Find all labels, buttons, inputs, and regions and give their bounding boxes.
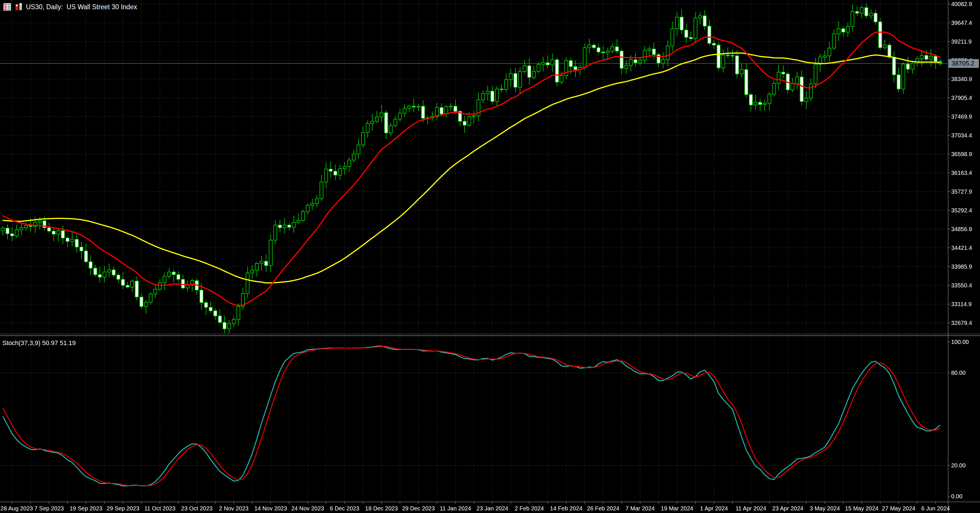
price-chart-canvas[interactable]: 40082.939647.439211.938776.438340.937905… [0, 0, 980, 513]
svg-text:23 Apr 2024: 23 Apr 2024 [772, 505, 803, 511]
moving-average-lines [3, 32, 940, 305]
svg-text:35292.4: 35292.4 [951, 207, 972, 213]
svg-text:14 Feb 2024: 14 Feb 2024 [550, 505, 582, 511]
chart-template-icon [14, 3, 23, 11]
symbol-list-icon [3, 3, 11, 11]
svg-text:19 Sep 2023: 19 Sep 2023 [70, 505, 102, 511]
svg-text:11 Jan 2024: 11 Jan 2024 [440, 505, 471, 511]
chart-title-overlay: US30, Daily: US Wall Street 30 Index [3, 3, 137, 11]
svg-text:40082.9: 40082.9 [951, 1, 972, 7]
svg-text:19 Mar 2024: 19 Mar 2024 [661, 505, 693, 511]
svg-text:15 May 2024: 15 May 2024 [845, 505, 878, 511]
svg-text:29 Sep 2023: 29 Sep 2023 [107, 505, 139, 511]
svg-text:36598.9: 36598.9 [951, 151, 972, 157]
svg-text:34856.9: 34856.9 [951, 226, 972, 232]
svg-text:18 Dec 2023: 18 Dec 2023 [365, 505, 398, 511]
svg-text:11 Oct 2023: 11 Oct 2023 [145, 505, 175, 511]
stochastic-lines [3, 346, 940, 486]
svg-text:3 May 2024: 3 May 2024 [810, 505, 840, 511]
svg-text:7 Mar 2024: 7 Mar 2024 [625, 505, 655, 511]
svg-text:37469.9: 37469.9 [951, 113, 972, 120]
svg-text:34421.4: 34421.4 [951, 245, 972, 251]
svg-text:33985.9: 33985.9 [951, 263, 972, 270]
svg-text:28 Aug 2023: 28 Aug 2023 [1, 505, 33, 511]
svg-text:20.00: 20.00 [951, 462, 966, 468]
svg-text:7 Sep 2023: 7 Sep 2023 [34, 505, 64, 511]
svg-text:37034.4: 37034.4 [951, 132, 972, 139]
svg-text:26 Feb 2024: 26 Feb 2024 [587, 505, 619, 511]
svg-text:27 May 2024: 27 May 2024 [882, 505, 915, 511]
symbol-title-text: US30, Daily: US Wall Street 30 Index [26, 3, 137, 11]
svg-text:6 Dec 2023: 6 Dec 2023 [330, 505, 360, 511]
pane-separator[interactable] [0, 334, 980, 336]
svg-text:32679.4: 32679.4 [951, 320, 972, 326]
svg-text:0.00: 0.00 [951, 493, 963, 499]
grid-lines [0, 0, 948, 502]
svg-text:2 Nov 2023: 2 Nov 2023 [219, 505, 248, 511]
mt4-chart-window: 40082.939647.439211.938776.438340.937905… [0, 0, 980, 513]
svg-text:6 Jun 2024: 6 Jun 2024 [921, 505, 950, 511]
candlesticks [2, 3, 942, 333]
svg-text:39211.9: 39211.9 [951, 38, 972, 45]
axis-labels: 40082.939647.439211.938776.438340.937905… [1, 1, 972, 511]
svg-text:38340.9: 38340.9 [951, 76, 972, 82]
svg-text:23 Oct 2023: 23 Oct 2023 [181, 505, 213, 511]
svg-text:23 Jan 2024: 23 Jan 2024 [476, 505, 508, 511]
svg-text:11 Apr 2024: 11 Apr 2024 [735, 505, 766, 511]
svg-text:29 Dec 2023: 29 Dec 2023 [402, 505, 434, 511]
svg-text:80.00: 80.00 [951, 370, 966, 376]
svg-text:1 Apr 2024: 1 Apr 2024 [700, 505, 728, 511]
current-price-label: 38705.2 [948, 59, 979, 68]
axis-lines-and-ticks[interactable] [0, 0, 980, 513]
svg-text:33550.4: 33550.4 [951, 282, 972, 288]
current-price-value: 38705.2 [951, 60, 975, 67]
svg-text:24 Nov 2023: 24 Nov 2023 [291, 505, 324, 511]
svg-text:35727.9: 35727.9 [951, 188, 972, 195]
svg-text:14 Nov 2023: 14 Nov 2023 [255, 505, 287, 511]
svg-text:36163.4: 36163.4 [951, 170, 972, 176]
svg-text:39647.4: 39647.4 [951, 20, 972, 26]
svg-text:33114.9: 33114.9 [951, 301, 972, 307]
svg-text:100.00: 100.00 [951, 339, 969, 345]
svg-text:2 Feb 2024: 2 Feb 2024 [514, 505, 544, 511]
stoch-indicator-label: Stoch(37,3,9) 50.97 51.19 [2, 339, 76, 347]
svg-text:37905.4: 37905.4 [951, 95, 972, 101]
